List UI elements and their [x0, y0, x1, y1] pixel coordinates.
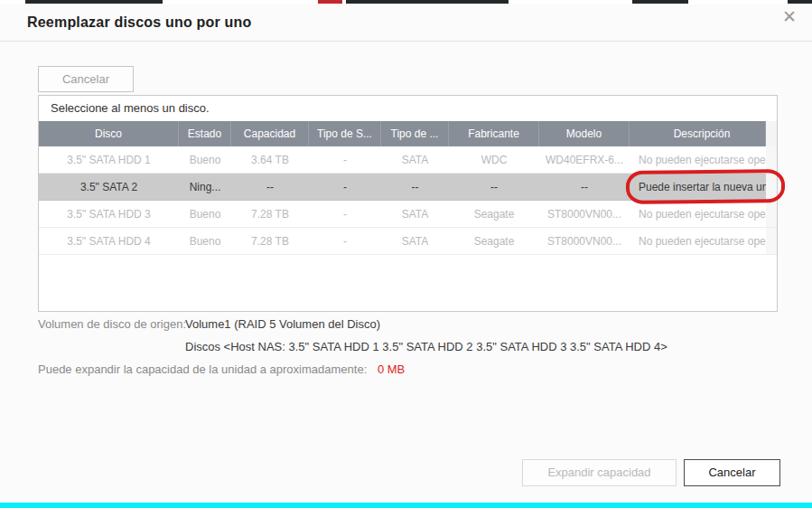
cell-tipo: SATA: [381, 146, 449, 173]
column-header-modelo[interactable]: Modelo: [539, 121, 630, 146]
table-row-hdd3[interactable]: 3.5" SATA HDD 3 Bueno 7.28 TB - SATA Sea…: [39, 201, 777, 228]
cell-estado: Bueno: [179, 228, 231, 254]
remnant-fragment: [25, 0, 163, 4]
scrollbar-gutter: [766, 228, 777, 254]
disk-table: Seleccione al menos un disco. Disco Esta…: [38, 95, 778, 312]
cell-disco: 3.5" SATA HDD 3: [39, 201, 179, 227]
cell-tipo: --: [381, 174, 449, 200]
cell-tipo: SATA: [381, 201, 449, 227]
scrollbar-gutter: [766, 174, 777, 200]
source-volume-value: Volume1 (RAID 5 Volumen del Disco): [185, 317, 380, 331]
scrollbar-gutter: [766, 146, 777, 173]
disks-list-value: Discos <Host NAS: 3.5" SATA HDD 1 3.5" S…: [185, 340, 667, 353]
background-page-remnant-bottom: [0, 503, 812, 508]
scrollbar-gutter: [766, 121, 777, 146]
cell-estado: Ning...: [179, 174, 231, 200]
cell-descripcion: No pueden ejecutarse oper...: [630, 146, 766, 173]
source-volume-label: Volumen de disco de origen:: [38, 317, 186, 331]
cancel-button[interactable]: Cancelar: [684, 459, 780, 486]
cell-descripcion: Puede insertar la nueva uni...: [630, 174, 766, 200]
cell-descripcion: No pueden ejecutarse oper...: [630, 228, 766, 254]
close-icon[interactable]: ✕: [779, 7, 799, 27]
cancel-top-button[interactable]: Cancelar: [38, 66, 134, 92]
cell-fabricante: --: [449, 174, 539, 200]
remnant-fragment: [788, 0, 812, 4]
dialog-header: Reemplazar discos uno por uno ✕: [0, 5, 812, 42]
cell-disco: 3.5" SATA 2: [39, 174, 179, 200]
cell-modelo: --: [539, 174, 630, 200]
cell-capacidad: --: [231, 174, 309, 200]
cell-estado: Bueno: [179, 201, 231, 227]
cell-fabricante: WDC: [449, 146, 539, 173]
table-row-sata2-selected[interactable]: 3.5" SATA 2 Ning... -- - -- -- -- Puede …: [39, 174, 777, 201]
cell-modelo: ST8000VN00...: [539, 201, 630, 227]
column-header-capacidad[interactable]: Capacidad: [231, 121, 309, 146]
column-header-fabricante[interactable]: Fabricante: [449, 121, 539, 146]
cell-capacidad: 3.64 TB: [231, 146, 309, 173]
expand-capacity-label: Puede expandir la capacidad de la unidad…: [38, 362, 367, 376]
table-row-hdd1[interactable]: 3.5" SATA HDD 1 Bueno 3.64 TB - SATA WDC…: [39, 146, 777, 174]
cell-disco: 3.5" SATA HDD 4: [39, 228, 179, 254]
cell-tipo-s: -: [309, 201, 381, 227]
table-header-row: Disco Estado Capacidad Tipo de S... Tipo…: [39, 121, 777, 146]
expand-capacity-button[interactable]: Expandir capacidad: [522, 459, 677, 486]
cell-fabricante: Seagate: [449, 201, 539, 227]
cell-tipo-s: -: [309, 174, 381, 200]
cell-tipo-s: -: [309, 228, 381, 254]
cell-capacidad: 7.28 TB: [231, 228, 309, 254]
table-row-hdd4[interactable]: 3.5" SATA HDD 4 Bueno 7.28 TB - SATA Sea…: [39, 228, 777, 255]
cell-disco: 3.5" SATA HDD 1: [39, 146, 179, 173]
table-message: Seleccione al menos un disco.: [39, 96, 777, 121]
column-header-disco[interactable]: Disco: [39, 121, 179, 146]
cell-capacidad: 7.28 TB: [231, 201, 309, 227]
remnant-fragment: [632, 0, 688, 4]
expand-capacity-line: Puede expandir la capacidad de la unidad…: [38, 362, 405, 376]
cell-tipo: SATA: [381, 228, 449, 254]
cell-fabricante: Seagate: [449, 228, 539, 254]
remnant-fragment-red: [318, 0, 342, 4]
column-header-descripcion[interactable]: Descripción: [630, 121, 766, 146]
scrollbar-gutter: [766, 201, 777, 227]
cell-tipo-s: -: [309, 146, 381, 173]
cell-descripcion: No pueden ejecutarse oper...: [630, 201, 766, 227]
column-header-estado[interactable]: Estado: [179, 121, 231, 146]
source-volume-line: Volumen de disco de origen: Volume1 (RAI…: [38, 317, 186, 331]
column-header-tipo-s[interactable]: Tipo de S...: [309, 121, 381, 146]
cell-modelo: WD40EFRX-6...: [539, 146, 630, 173]
replace-disks-dialog: Reemplazar discos uno por uno ✕ Cancelar…: [0, 5, 812, 503]
dialog-title: Reemplazar discos uno por uno: [27, 14, 252, 31]
cell-estado: Bueno: [179, 146, 231, 173]
column-header-tipo[interactable]: Tipo de ...: [381, 121, 449, 146]
expand-capacity-value: 0 MB: [378, 362, 405, 376]
remnant-fragment: [346, 0, 509, 4]
cell-modelo: ST8000VN00...: [539, 228, 630, 254]
